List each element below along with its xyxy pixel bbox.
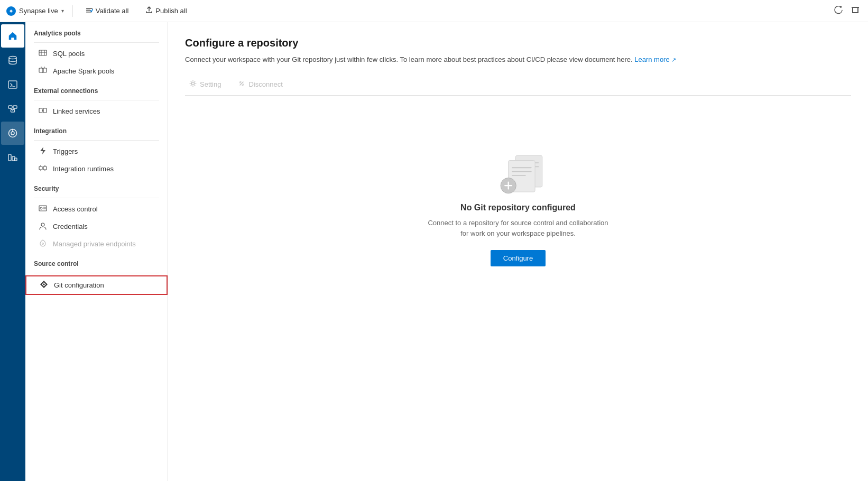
empty-state-subtitle: Connect to a repository for source contr… <box>428 218 608 240</box>
section-integration: Integration <box>25 120 168 138</box>
linked-services-icon <box>38 106 48 116</box>
apache-spark-pools-label: Apache Spark pools <box>53 67 114 75</box>
validate-all-button[interactable]: Validate all <box>81 4 133 17</box>
topbar-right-actions <box>832 4 862 18</box>
section-source-control: Source control <box>25 253 168 271</box>
nav-sql-pools[interactable]: SQL pools <box>25 45 168 62</box>
section-analytics-pools: Analytics pools <box>25 22 168 40</box>
publish-all-button[interactable]: Publish all <box>141 4 191 17</box>
svg-rect-3 <box>86 12 91 13</box>
validate-icon <box>86 6 93 15</box>
learn-more-link[interactable]: Learn more ↗ <box>634 56 676 63</box>
empty-state-title: No Git repository configured <box>460 203 576 212</box>
svg-rect-21 <box>15 158 17 161</box>
svg-point-8 <box>9 57 16 59</box>
nav-linked-services[interactable]: Linked services <box>25 103 168 120</box>
sql-pools-label: SQL pools <box>53 50 85 58</box>
git-configuration-icon <box>39 280 49 290</box>
nav-access-control[interactable]: Access control <box>25 200 168 218</box>
divider-security <box>34 198 159 198</box>
rail-develop[interactable] <box>1 73 24 96</box>
setting-label: Setting <box>200 80 221 88</box>
linked-services-label: Linked services <box>53 107 100 115</box>
disconnect-icon <box>238 80 245 89</box>
triggers-label: Triggers <box>53 147 78 155</box>
svg-rect-7 <box>852 12 858 13</box>
page-description: Connect your workspace with your Git rep… <box>185 54 851 65</box>
setting-button: Setting <box>185 78 225 91</box>
workspace-selector[interactable]: Synapse live ▾ <box>6 6 64 16</box>
integration-runtimes-icon <box>38 164 48 174</box>
rail-data[interactable] <box>1 49 24 72</box>
access-control-label: Access control <box>53 205 98 213</box>
refresh-button[interactable] <box>832 4 845 18</box>
page-title: Configure a repository <box>185 37 851 49</box>
rail-monitor[interactable] <box>1 122 24 145</box>
svg-marker-34 <box>40 147 45 154</box>
sql-pools-icon <box>38 49 48 59</box>
close-button[interactable] <box>849 4 862 18</box>
workspace-name: Synapse live <box>19 7 58 15</box>
content-area: Configure a repository Connect your work… <box>168 22 868 481</box>
divider-integration <box>34 140 159 141</box>
integration-runtimes-label: Integration runtimes <box>53 165 114 173</box>
section-external-connections: External connections <box>25 80 168 98</box>
spark-pools-icon <box>38 66 48 76</box>
publish-all-label: Publish all <box>155 7 187 15</box>
main-layout: Analytics pools SQL pools <box>0 22 868 481</box>
nav-credentials[interactable]: Credentials <box>25 218 168 235</box>
svg-rect-11 <box>8 106 12 108</box>
nav-integration-runtimes[interactable]: Integration runtimes <box>25 160 168 178</box>
configure-button[interactable]: Configure <box>491 250 546 266</box>
divider-external <box>34 100 159 100</box>
rail-manage[interactable] <box>1 146 24 169</box>
svg-rect-19 <box>8 154 11 161</box>
nav-git-configuration[interactable]: Git configuration <box>25 275 168 295</box>
svg-rect-31 <box>43 108 47 113</box>
svg-rect-1 <box>86 8 93 9</box>
setting-icon <box>189 80 197 89</box>
svg-point-46 <box>42 243 44 245</box>
svg-point-45 <box>41 223 44 226</box>
git-configuration-label: Git configuration <box>54 281 104 289</box>
svg-point-47 <box>192 82 195 85</box>
svg-point-42 <box>40 207 42 209</box>
divider-analytics <box>34 42 159 43</box>
validate-all-label: Validate all <box>96 7 129 15</box>
svg-rect-9 <box>8 81 17 88</box>
credentials-label: Credentials <box>53 223 88 230</box>
rail-integrate[interactable] <box>1 97 24 121</box>
svg-rect-22 <box>39 50 47 56</box>
svg-rect-30 <box>39 108 42 113</box>
section-security: Security <box>25 178 168 196</box>
managed-private-endpoints-icon <box>38 239 48 249</box>
side-panel: Analytics pools SQL pools <box>25 22 168 481</box>
svg-rect-36 <box>43 166 47 170</box>
nav-managed-private-endpoints: Managed private endpoints <box>25 235 168 253</box>
topbar: Synapse live ▾ Validate all Publish all <box>0 0 868 22</box>
topbar-divider <box>72 5 73 17</box>
disconnect-button: Disconnect <box>234 78 287 91</box>
disconnect-label: Disconnect <box>248 80 282 88</box>
rail-home[interactable] <box>1 24 24 48</box>
icon-rail <box>0 22 25 481</box>
divider-source-control <box>34 273 159 273</box>
svg-rect-27 <box>42 68 47 72</box>
external-link-icon: ↗ <box>671 57 676 63</box>
git-illustration <box>489 149 547 203</box>
empty-state: No Git repository configured Connect to … <box>185 117 851 299</box>
svg-rect-35 <box>39 166 42 170</box>
svg-rect-2 <box>86 10 90 11</box>
toolbar: Setting Disconnect <box>185 73 851 96</box>
access-control-icon <box>38 204 48 214</box>
svg-rect-12 <box>13 106 17 108</box>
nav-apache-spark-pools[interactable]: Apache Spark pools <box>25 62 168 80</box>
svg-point-17 <box>11 132 14 135</box>
svg-point-33 <box>42 110 43 111</box>
workspace-chevron-icon: ▾ <box>61 8 64 14</box>
svg-rect-26 <box>39 68 43 72</box>
triggers-icon <box>38 146 48 156</box>
managed-private-endpoints-label: Managed private endpoints <box>53 240 136 248</box>
nav-triggers[interactable]: Triggers <box>25 143 168 160</box>
workspace-icon <box>6 6 16 16</box>
